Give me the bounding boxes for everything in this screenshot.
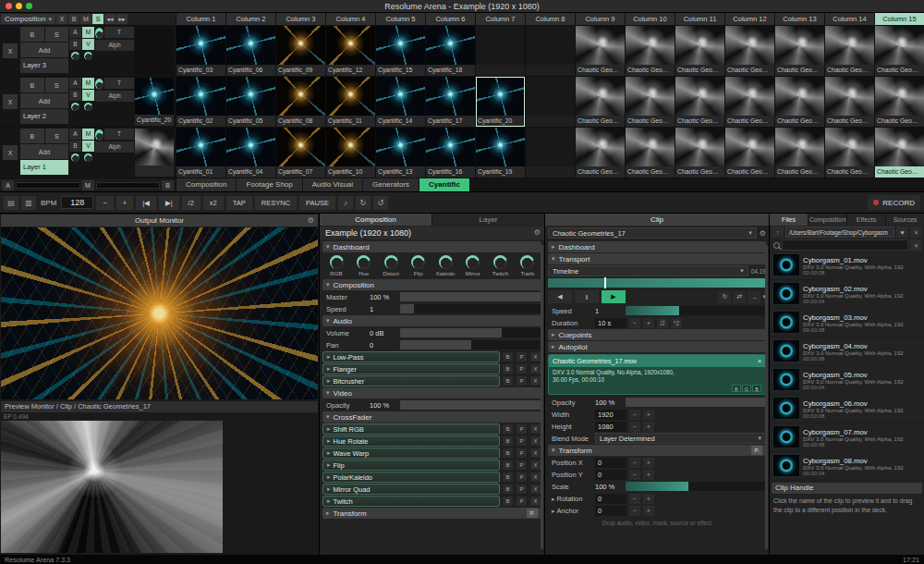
section-audio[interactable]: ▾Audio xyxy=(322,315,541,326)
clip-cell[interactable]: Cyantific_02 xyxy=(176,77,225,127)
zoom-window-icon[interactable] xyxy=(26,3,32,9)
effect-preset-button[interactable]: P xyxy=(516,448,528,459)
crossfader-mix[interactable]: M xyxy=(82,180,94,190)
clip-cell[interactable] xyxy=(526,128,575,178)
column-header[interactable]: Column 5 xyxy=(376,13,425,25)
clip-select[interactable]: Chaotic Geometries_17 ▾ xyxy=(548,227,757,239)
tab-composition[interactable]: Composition xyxy=(320,214,432,226)
clip-cell[interactable] xyxy=(476,26,525,76)
bpm-x2-button[interactable]: x2 xyxy=(203,196,224,210)
composition-s-button[interactable]: S xyxy=(92,14,103,24)
transition-time-button[interactable]: T xyxy=(104,129,134,140)
column-header[interactable]: Column 15 xyxy=(875,13,924,25)
transition-time-button[interactable]: T xyxy=(104,27,134,38)
layer-blend-select[interactable]: Alph xyxy=(95,40,134,51)
effect-low-pass[interactable]: ▸Low-Pass xyxy=(322,351,500,362)
record-button[interactable]: RECORD xyxy=(868,195,920,210)
stepper-button[interactable]: + xyxy=(643,410,654,420)
layer-blend-select[interactable]: Alph xyxy=(95,141,134,153)
scrollbar[interactable] xyxy=(541,245,543,549)
deck-tab-audio-visual[interactable]: Audio Visual xyxy=(303,178,362,191)
layer-clear-button[interactable]: X xyxy=(3,94,18,109)
layer-knob[interactable] xyxy=(71,52,79,60)
effect-bypass-button[interactable]: B xyxy=(502,363,514,374)
stepper-button[interactable]: + xyxy=(643,470,654,480)
transition-knob[interactable] xyxy=(95,79,103,90)
timeline-slider[interactable] xyxy=(548,278,766,288)
knob-mirror[interactable]: Mirror xyxy=(462,255,484,276)
knob-distort[interactable]: Distort xyxy=(380,255,402,276)
knob-hue[interactable]: Hue xyxy=(353,255,375,276)
layer-v-toggle[interactable]: V xyxy=(82,141,94,152)
deck-tab-footage-shop[interactable]: Footage Shop xyxy=(237,178,301,191)
clip-cell[interactable]: Cyantific_18 xyxy=(426,26,475,76)
layer-v-toggle[interactable]: V xyxy=(82,39,94,50)
gear-icon[interactable]: ⚙ xyxy=(534,227,541,239)
bpm---button[interactable]: ▶| xyxy=(159,196,179,210)
column-header[interactable]: Column 11 xyxy=(675,13,724,25)
composition-menu[interactable]: Composition▾ xyxy=(1,14,55,24)
clip-cell[interactable]: Cyantific_04 xyxy=(226,128,275,178)
stepper-button[interactable]: − xyxy=(629,422,640,432)
clip-cell[interactable]: Chaotic Geometri... xyxy=(775,26,824,76)
bpm-value[interactable]: 128 xyxy=(61,196,93,209)
column-header[interactable]: Column 6 xyxy=(426,13,475,25)
effect-shift-rgb[interactable]: ▸Shift RGB xyxy=(322,423,500,435)
channel-r-toggle[interactable]: R xyxy=(732,385,741,392)
layer-knob[interactable] xyxy=(71,103,79,111)
stepper-button[interactable]: /2 xyxy=(657,318,668,328)
column-header[interactable]: Column 8 xyxy=(526,13,575,25)
stepper-button[interactable]: + xyxy=(643,494,654,504)
display-icon[interactable]: ▤ xyxy=(4,196,18,210)
gear-icon[interactable]: ⚙ xyxy=(760,229,766,238)
composition-m-button[interactable]: M xyxy=(80,14,91,24)
section-crossfader[interactable]: ▾CrossFader xyxy=(322,411,541,423)
clip-cell[interactable]: Cyantific_05 xyxy=(226,77,275,127)
layer-solo-button[interactable]: S xyxy=(45,27,69,42)
tab-effects[interactable]: Effects xyxy=(847,214,885,226)
layer-clear-button[interactable]: X xyxy=(3,145,18,160)
clip-cell[interactable]: Cyantific_13 xyxy=(376,128,425,178)
layer-name[interactable]: Layer 1 xyxy=(20,160,68,175)
effect-bypass-button[interactable]: B xyxy=(502,460,514,471)
effect-bypass-button[interactable]: B xyxy=(502,351,514,362)
slider-track[interactable] xyxy=(626,398,766,407)
column-header[interactable]: Column 2 xyxy=(226,13,275,25)
clip-cell[interactable]: Chaotic Geometri... xyxy=(675,26,724,76)
tab-layer[interactable]: Layer xyxy=(432,214,544,226)
minimize-window-icon[interactable] xyxy=(16,3,22,9)
clip-cell[interactable]: Chaotic Geometri... xyxy=(775,77,824,127)
dropdown-timeline[interactable]: Timeline▾ xyxy=(548,265,748,276)
slider-track[interactable] xyxy=(400,292,541,301)
clip-cell[interactable]: Cyantific_07 xyxy=(276,128,325,178)
clip-cell[interactable]: Cyantific_19 xyxy=(476,128,525,178)
layer-clear-button[interactable]: X xyxy=(3,43,18,58)
column-header[interactable]: Column 12 xyxy=(725,13,774,25)
clip-cell[interactable]: Cyantific_15 xyxy=(376,26,425,76)
clip-cell[interactable]: Chaotic Geometri... xyxy=(725,26,774,76)
bpm---button[interactable]: − xyxy=(96,196,113,210)
stepper-button[interactable]: + xyxy=(643,318,654,328)
clip-cell[interactable]: Chaotic Geometri... xyxy=(875,128,924,178)
effect-preset-button[interactable]: P xyxy=(516,496,528,507)
clip-cell[interactable]: Chaotic Geometri... xyxy=(825,128,874,178)
effect-mirror-quad[interactable]: ▸Mirror Quad xyxy=(322,484,500,495)
slider-track[interactable] xyxy=(400,304,541,313)
effect-preset-button[interactable]: P xyxy=(516,375,528,386)
slider-track[interactable] xyxy=(626,482,766,491)
crossfader-b[interactable]: B xyxy=(162,180,174,190)
effect-preset-button[interactable]: P xyxy=(516,423,528,435)
slider-track[interactable] xyxy=(400,400,541,410)
layer-m-toggle[interactable]: M xyxy=(82,129,94,140)
effect-flip[interactable]: ▸Flip xyxy=(322,460,500,471)
file-item[interactable]: Cyborgasm_03.movDXV 3.0 Normal Quality, … xyxy=(770,309,924,337)
stepper-button[interactable]: − xyxy=(629,494,640,504)
stepper-button[interactable]: − xyxy=(629,318,640,328)
file-item[interactable]: Cyborgasm_06.movDXV 3.0 Normal Quality, … xyxy=(770,395,924,423)
layer-bypass-button[interactable]: B xyxy=(20,27,44,42)
transition-knob[interactable] xyxy=(95,129,103,141)
clip-cell[interactable]: Cyantific_11 xyxy=(326,77,375,127)
composition-x-button[interactable]: X xyxy=(56,14,67,24)
section-composition[interactable]: ▾Composition xyxy=(322,279,541,290)
clip-cell[interactable]: Cyantific_16 xyxy=(426,128,475,178)
